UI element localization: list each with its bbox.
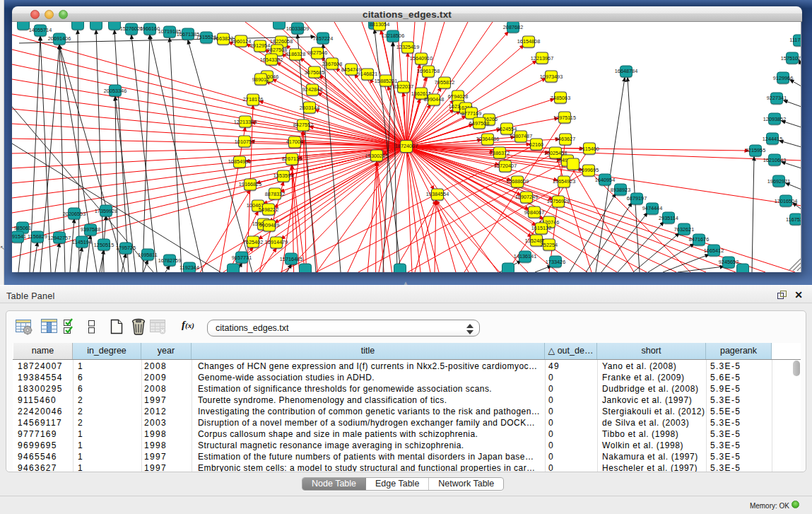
svg-text:8813054: 8813054 <box>370 22 389 28</box>
svg-text:9463627: 9463627 <box>555 136 575 142</box>
svg-text:1192344: 1192344 <box>180 264 199 271</box>
svg-text:985061: 985061 <box>14 225 31 231</box>
svg-text:15751074: 15751074 <box>781 55 801 62</box>
svg-text:7485063: 7485063 <box>551 95 570 101</box>
svg-text:10688609: 10688609 <box>506 178 529 185</box>
svg-text:8938923: 8938923 <box>611 187 630 193</box>
svg-text:9699695: 9699695 <box>579 167 599 173</box>
svg-text:18907249: 18907249 <box>515 194 538 200</box>
svg-text:1156829: 1156829 <box>28 233 47 240</box>
svg-text:10854935: 10854935 <box>228 158 251 165</box>
svg-text:12942757: 12942757 <box>48 235 71 241</box>
svg-text:3675685: 3675685 <box>305 69 324 76</box>
svg-text:7386372: 7386372 <box>490 150 510 156</box>
svg-text:5498222: 5498222 <box>259 206 278 213</box>
svg-text:9245652: 9245652 <box>719 259 739 265</box>
svg-text:20691406: 20691406 <box>48 35 71 42</box>
svg-text:12975115: 12975115 <box>553 115 576 121</box>
svg-text:17016504: 17016504 <box>775 198 797 204</box>
svg-text:1250515: 1250515 <box>94 242 114 248</box>
svg-text:16154808: 16154808 <box>517 38 540 45</box>
svg-text:989012: 989012 <box>252 76 269 83</box>
svg-text:20206553: 20206553 <box>63 211 86 217</box>
svg-text:16648784: 16648784 <box>615 68 637 74</box>
svg-text:16961758: 16961758 <box>417 68 440 74</box>
svg-text:9657771: 9657771 <box>232 255 252 261</box>
svg-text:417004: 417004 <box>286 139 303 145</box>
svg-text:2803144: 2803144 <box>300 105 319 111</box>
svg-text:8990448: 8990448 <box>424 96 444 103</box>
svg-text:1117304: 1117304 <box>789 37 801 43</box>
svg-text:16543382: 16543382 <box>260 57 283 63</box>
svg-text:8267130: 8267130 <box>282 156 302 162</box>
svg-text:8960124: 8960124 <box>231 38 251 45</box>
svg-text:15716485: 15716485 <box>280 256 302 262</box>
svg-text:18724007: 18724007 <box>395 143 418 149</box>
svg-text:18226058: 18226058 <box>270 38 293 45</box>
svg-text:7625402: 7625402 <box>243 239 263 245</box>
svg-text:14136141: 14136141 <box>514 253 536 259</box>
svg-text:19654923: 19654923 <box>553 178 575 185</box>
svg-text:7955812: 7955812 <box>435 79 454 86</box>
svg-text:8878332: 8878332 <box>265 191 285 197</box>
svg-text:8186328: 8186328 <box>286 51 305 57</box>
svg-text:9129966: 9129966 <box>773 75 793 81</box>
svg-text:13218506: 13218506 <box>382 33 404 39</box>
svg-text:1795725: 1795725 <box>116 245 136 251</box>
svg-text:19692971: 19692971 <box>767 178 790 185</box>
svg-text:252254: 252254 <box>541 242 558 248</box>
svg-text:9115460: 9115460 <box>579 146 599 152</box>
svg-text:7632621: 7632621 <box>674 226 694 233</box>
svg-text:15640910: 15640910 <box>410 55 433 62</box>
svg-text:19384554: 19384554 <box>426 191 449 197</box>
svg-text:7857224: 7857224 <box>313 35 333 42</box>
svg-text:6966160: 6966160 <box>140 25 160 32</box>
svg-text:2367608: 2367608 <box>322 61 342 67</box>
svg-text:1065412: 1065412 <box>704 247 724 254</box>
svg-text:1167533: 1167533 <box>786 216 801 223</box>
svg-text:8471676: 8471676 <box>689 236 709 243</box>
svg-text:16782759: 16782759 <box>158 257 181 264</box>
svg-text:9777169: 9777169 <box>461 110 481 117</box>
svg-text:8427552: 8427552 <box>293 122 313 128</box>
svg-text:9909489: 9909489 <box>259 222 279 228</box>
svg-text:2718176: 2718176 <box>243 96 263 103</box>
svg-text:16914479: 16914479 <box>265 239 288 245</box>
svg-text:9084067: 9084067 <box>524 209 544 216</box>
svg-text:12213389: 12213389 <box>234 119 257 125</box>
svg-text:10973493: 10973493 <box>540 74 563 80</box>
svg-text:19166825: 19166825 <box>239 181 261 187</box>
svg-text:1244415: 1244415 <box>763 136 782 142</box>
svg-text:8322037: 8322037 <box>394 83 413 90</box>
svg-text:19756928: 19756928 <box>547 198 570 204</box>
svg-text:1733426: 1733426 <box>546 259 565 265</box>
svg-text:1353594: 1353594 <box>273 173 293 179</box>
svg-text:6497508: 6497508 <box>469 120 489 127</box>
svg-text:2087682: 2087682 <box>503 24 523 30</box>
svg-text:1010755: 1010755 <box>235 139 254 145</box>
svg-text:20053346: 20053346 <box>104 88 126 94</box>
svg-text:62160: 62160 <box>529 141 543 148</box>
svg-text:9397588: 9397588 <box>81 226 100 233</box>
svg-text:15300215: 15300215 <box>365 153 388 159</box>
svg-text:1615132: 1615132 <box>531 225 551 231</box>
svg-text:12093852: 12093852 <box>763 116 786 122</box>
svg-text:10807487: 10807487 <box>510 133 532 139</box>
svg-text:991541: 991541 <box>12 233 26 240</box>
svg-text:1145194: 1145194 <box>72 239 92 245</box>
svg-text:12325419: 12325419 <box>396 44 419 50</box>
svg-text:3624554: 3624554 <box>497 126 517 132</box>
svg-text:9227341: 9227341 <box>767 95 787 101</box>
svg-text:6879197: 6879197 <box>627 195 647 201</box>
svg-text:9146821: 9146821 <box>358 71 377 77</box>
svg-text:2935114: 2935114 <box>659 215 678 221</box>
svg-text:1095811: 1095811 <box>138 252 158 258</box>
svg-text:14055714: 14055714 <box>29 27 52 33</box>
svg-text:9827546: 9827546 <box>307 49 327 56</box>
svg-text:16210643: 16210643 <box>763 157 786 163</box>
svg-text:17359928: 17359928 <box>95 208 117 214</box>
svg-text:6794028: 6794028 <box>448 93 468 100</box>
svg-text:20364486: 20364486 <box>476 136 499 142</box>
svg-text:9827508: 9827508 <box>267 47 287 53</box>
svg-text:16033809: 16033809 <box>286 25 309 32</box>
